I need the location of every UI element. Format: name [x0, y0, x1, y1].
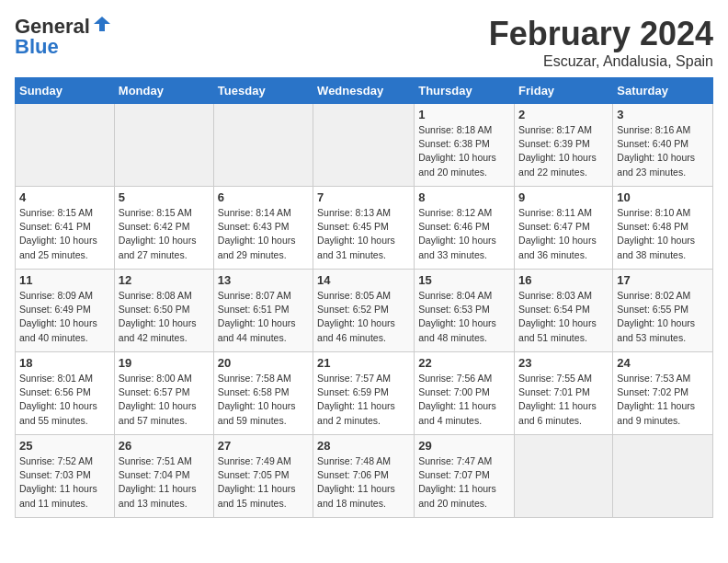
calendar-cell: 26Sunrise: 7:51 AM Sunset: 7:04 PM Dayli…	[114, 435, 213, 518]
day-number: 1	[418, 108, 510, 121]
day-info: Sunrise: 7:51 AM Sunset: 7:04 PM Dayligh…	[119, 454, 210, 511]
calendar-cell: 11Sunrise: 8:09 AM Sunset: 6:49 PM Dayli…	[16, 270, 115, 352]
day-info: Sunrise: 8:16 AM Sunset: 6:40 PM Dayligh…	[617, 123, 709, 179]
day-info: Sunrise: 8:09 AM Sunset: 6:49 PM Dayligh…	[19, 289, 110, 345]
calendar-cell: 5Sunrise: 8:15 AM Sunset: 6:42 PM Daylig…	[114, 187, 213, 270]
location-subtitle: Escuzar, Andalusia, Spain	[489, 53, 713, 70]
calendar-cell: 9Sunrise: 8:11 AM Sunset: 6:47 PM Daylig…	[515, 187, 613, 270]
day-info: Sunrise: 7:56 AM Sunset: 7:00 PM Dayligh…	[418, 372, 510, 428]
day-number: 14	[317, 273, 410, 287]
day-number: 3	[617, 108, 709, 121]
calendar-cell: 15Sunrise: 8:04 AM Sunset: 6:53 PM Dayli…	[415, 270, 515, 352]
day-number: 6	[218, 190, 309, 204]
day-info: Sunrise: 8:14 AM Sunset: 6:43 PM Dayligh…	[218, 206, 309, 262]
calendar-cell: 14Sunrise: 8:05 AM Sunset: 6:52 PM Dayli…	[313, 270, 415, 352]
weekday-header-saturday: Saturday	[613, 78, 713, 104]
calendar-cell: 6Sunrise: 8:14 AM Sunset: 6:43 PM Daylig…	[213, 187, 313, 270]
calendar-cell: 4Sunrise: 8:15 AM Sunset: 6:41 PM Daylig…	[16, 187, 115, 270]
day-number: 27	[218, 439, 309, 453]
day-info: Sunrise: 8:12 AM Sunset: 6:46 PM Dayligh…	[418, 206, 510, 262]
calendar-cell	[114, 104, 213, 187]
weekday-header-wednesday: Wednesday	[313, 78, 415, 104]
calendar-week-row: 1Sunrise: 8:18 AM Sunset: 6:38 PM Daylig…	[16, 104, 713, 187]
day-number: 25	[19, 439, 110, 453]
day-info: Sunrise: 7:57 AM Sunset: 6:59 PM Dayligh…	[317, 372, 410, 428]
calendar-cell: 3Sunrise: 8:16 AM Sunset: 6:40 PM Daylig…	[613, 104, 713, 187]
day-info: Sunrise: 8:03 AM Sunset: 6:54 PM Dayligh…	[518, 289, 609, 345]
day-number: 19	[119, 356, 210, 370]
calendar-cell: 13Sunrise: 8:07 AM Sunset: 6:51 PM Dayli…	[213, 270, 313, 352]
calendar-cell: 20Sunrise: 7:58 AM Sunset: 6:58 PM Dayli…	[213, 352, 313, 435]
weekday-header-sunday: Sunday	[16, 78, 115, 104]
day-info: Sunrise: 7:53 AM Sunset: 7:02 PM Dayligh…	[617, 372, 709, 428]
calendar-cell	[213, 104, 313, 187]
logo-bird-icon	[92, 15, 112, 35]
calendar-cell: 28Sunrise: 7:48 AM Sunset: 7:06 PM Dayli…	[313, 435, 415, 518]
calendar-cell: 22Sunrise: 7:56 AM Sunset: 7:00 PM Dayli…	[415, 352, 515, 435]
day-number: 2	[518, 108, 609, 121]
day-number: 5	[119, 190, 210, 204]
calendar-cell	[515, 435, 613, 518]
calendar-cell	[613, 435, 713, 518]
day-number: 29	[418, 439, 510, 453]
calendar-week-row: 11Sunrise: 8:09 AM Sunset: 6:49 PM Dayli…	[16, 270, 713, 352]
day-number: 11	[19, 273, 110, 287]
day-info: Sunrise: 8:05 AM Sunset: 6:52 PM Dayligh…	[317, 289, 410, 345]
day-number: 20	[218, 356, 309, 370]
day-number: 22	[418, 356, 510, 370]
calendar-cell: 19Sunrise: 8:00 AM Sunset: 6:57 PM Dayli…	[114, 352, 213, 435]
calendar-cell	[16, 104, 115, 187]
day-info: Sunrise: 7:55 AM Sunset: 7:01 PM Dayligh…	[518, 372, 609, 428]
day-number: 17	[617, 273, 709, 287]
day-info: Sunrise: 8:08 AM Sunset: 6:50 PM Dayligh…	[119, 289, 210, 345]
weekday-header-friday: Friday	[515, 78, 613, 104]
calendar-cell: 27Sunrise: 7:49 AM Sunset: 7:05 PM Dayli…	[213, 435, 313, 518]
svg-marker-0	[94, 17, 110, 31]
day-number: 9	[518, 190, 609, 204]
day-number: 26	[119, 439, 210, 453]
calendar-week-row: 4Sunrise: 8:15 AM Sunset: 6:41 PM Daylig…	[16, 187, 713, 270]
day-info: Sunrise: 8:07 AM Sunset: 6:51 PM Dayligh…	[218, 289, 309, 345]
logo: General Blue	[15, 15, 112, 59]
day-number: 23	[518, 356, 609, 370]
calendar-table: SundayMondayTuesdayWednesdayThursdayFrid…	[15, 77, 713, 518]
day-number: 16	[518, 273, 609, 287]
weekday-header-thursday: Thursday	[415, 78, 515, 104]
month-year-title: February 2024	[489, 15, 713, 53]
day-number: 4	[19, 190, 110, 204]
calendar-cell: 29Sunrise: 7:47 AM Sunset: 7:07 PM Dayli…	[415, 435, 515, 518]
calendar-cell: 16Sunrise: 8:03 AM Sunset: 6:54 PM Dayli…	[515, 270, 613, 352]
calendar-cell: 25Sunrise: 7:52 AM Sunset: 7:03 PM Dayli…	[16, 435, 115, 518]
calendar-header-row: SundayMondayTuesdayWednesdayThursdayFrid…	[16, 78, 713, 104]
day-number: 21	[317, 356, 410, 370]
day-info: Sunrise: 7:48 AM Sunset: 7:06 PM Dayligh…	[317, 454, 410, 511]
day-number: 10	[617, 190, 709, 204]
day-number: 28	[317, 439, 410, 453]
calendar-cell: 2Sunrise: 8:17 AM Sunset: 6:39 PM Daylig…	[515, 104, 613, 187]
day-info: Sunrise: 7:58 AM Sunset: 6:58 PM Dayligh…	[218, 372, 309, 428]
day-info: Sunrise: 7:47 AM Sunset: 7:07 PM Dayligh…	[418, 454, 510, 511]
logo-blue-text: Blue	[15, 35, 59, 59]
day-info: Sunrise: 8:15 AM Sunset: 6:42 PM Dayligh…	[119, 206, 210, 262]
title-area: February 2024 Escuzar, Andalusia, Spain	[489, 15, 713, 70]
day-number: 12	[119, 273, 210, 287]
day-info: Sunrise: 8:15 AM Sunset: 6:41 PM Dayligh…	[19, 206, 110, 262]
day-info: Sunrise: 7:49 AM Sunset: 7:05 PM Dayligh…	[218, 454, 309, 511]
day-info: Sunrise: 8:00 AM Sunset: 6:57 PM Dayligh…	[119, 372, 210, 428]
calendar-cell: 21Sunrise: 7:57 AM Sunset: 6:59 PM Dayli…	[313, 352, 415, 435]
calendar-cell: 10Sunrise: 8:10 AM Sunset: 6:48 PM Dayli…	[613, 187, 713, 270]
day-info: Sunrise: 8:10 AM Sunset: 6:48 PM Dayligh…	[617, 206, 709, 262]
calendar-cell: 12Sunrise: 8:08 AM Sunset: 6:50 PM Dayli…	[114, 270, 213, 352]
day-number: 18	[19, 356, 110, 370]
day-info: Sunrise: 8:13 AM Sunset: 6:45 PM Dayligh…	[317, 206, 410, 262]
day-number: 7	[317, 190, 410, 204]
calendar-cell: 1Sunrise: 8:18 AM Sunset: 6:38 PM Daylig…	[415, 104, 515, 187]
weekday-header-tuesday: Tuesday	[213, 78, 313, 104]
day-info: Sunrise: 8:04 AM Sunset: 6:53 PM Dayligh…	[418, 289, 510, 345]
day-info: Sunrise: 8:17 AM Sunset: 6:39 PM Dayligh…	[518, 123, 609, 179]
day-number: 13	[218, 273, 309, 287]
day-number: 8	[418, 190, 510, 204]
day-info: Sunrise: 8:11 AM Sunset: 6:47 PM Dayligh…	[518, 206, 609, 262]
calendar-cell: 7Sunrise: 8:13 AM Sunset: 6:45 PM Daylig…	[313, 187, 415, 270]
day-info: Sunrise: 8:18 AM Sunset: 6:38 PM Dayligh…	[418, 123, 510, 179]
